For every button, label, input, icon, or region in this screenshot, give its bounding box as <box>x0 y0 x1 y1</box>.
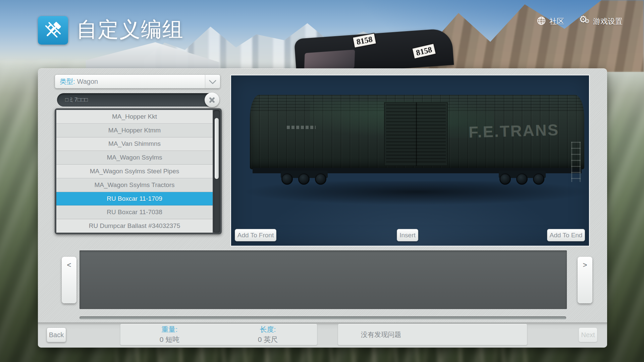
list-item[interactable]: MA_Wagon Ssylms Steel Pipes <box>56 165 213 178</box>
add-to-end-button[interactable]: Add To End <box>547 229 585 241</box>
clear-search-button[interactable] <box>205 93 219 107</box>
type-dropdown-label: 类型: <box>55 77 75 86</box>
list-scrollbar-track[interactable] <box>213 110 220 233</box>
list-item[interactable]: MA_Hopper Ktmm <box>56 124 213 137</box>
length-stat: 长度: 0 英尺 <box>219 324 317 345</box>
wagon-bogie <box>281 171 328 185</box>
back-button[interactable]: Back <box>47 327 66 342</box>
search-input[interactable] <box>57 93 217 107</box>
community-label: 社区 <box>549 16 564 26</box>
app-logo <box>38 16 68 45</box>
hammer-track-icon <box>43 19 63 42</box>
list-item[interactable]: MA_Van Shimmns <box>56 137 213 151</box>
game-settings-label: 游戏设置 <box>593 16 623 26</box>
wagon-livery-text: F.E.TRANS <box>468 120 559 141</box>
type-dropdown[interactable]: 类型: Wagon <box>55 74 220 88</box>
locomotive-number-plate: 8158 <box>352 33 377 48</box>
list-item[interactable]: RU Dumpcar Ballast #34032375 <box>56 219 213 233</box>
globe-icon <box>537 16 546 27</box>
list-item[interactable]: MA_Wagon Ssylms <box>56 151 213 165</box>
game-settings-button[interactable]: ⚙⚙ 游戏设置 <box>580 16 623 26</box>
wagon-3d-model: F.E.TRANS <box>250 95 584 195</box>
main-panel: 类型: Wagon MA_Hopper Kkt MA_Hopper Ktmm M… <box>38 68 607 348</box>
chevron-down-icon <box>209 77 217 84</box>
search-box <box>57 93 217 107</box>
wagon-list-rows: MA_Hopper Kkt MA_Hopper Ktmm MA_Van Shim… <box>56 110 213 233</box>
list-item[interactable]: MA_Wagon Ssylms Tractors <box>56 178 213 192</box>
status-message: 没有发现问题 <box>338 330 401 339</box>
top-navigation: 社区 ⚙⚙ 游戏设置 <box>537 15 641 27</box>
consist-scroll-right-button[interactable]: > <box>578 257 592 303</box>
weight-stat: 重量: 0 短吨 <box>120 324 219 345</box>
wagon-bogie <box>499 171 546 185</box>
weight-value: 0 短吨 <box>160 335 180 344</box>
consist-scrollbar[interactable] <box>79 316 566 319</box>
type-dropdown-value: Wagon <box>75 78 98 85</box>
list-scrollbar-thumb[interactable] <box>215 118 219 179</box>
footer-bar: Back 重量: 0 短吨 长度: 0 英尺 没有发现问题 Next <box>38 322 607 348</box>
next-button[interactable]: Next <box>579 327 597 342</box>
wagon-door <box>384 102 448 166</box>
list-item-selected[interactable]: RU Boxcar 11-1709 <box>56 192 213 206</box>
gears-icon: ⚙⚙ <box>580 16 590 26</box>
validation-status-panel: 没有发现问题 <box>338 324 527 345</box>
length-value: 0 英尺 <box>258 335 278 344</box>
wagon-ladder <box>571 142 581 182</box>
locomotive-number-plate: 8158 <box>412 43 436 59</box>
community-button[interactable]: 社区 <box>537 16 564 27</box>
wagon-list: MA_Hopper Kkt MA_Hopper Ktmm MA_Van Shim… <box>55 108 222 234</box>
dropdown-chevron-cell[interactable] <box>205 75 220 88</box>
page-title: 自定义编组 <box>76 15 184 44</box>
wagon-body: F.E.TRANS <box>250 95 584 169</box>
consist-strip[interactable] <box>79 250 567 309</box>
custom-consist-screen: 8158 8158 自定义编组 <box>0 0 644 362</box>
consist-scroll-left-button[interactable]: < <box>62 257 76 303</box>
list-item[interactable]: RU Boxcar 11-7038 <box>56 205 213 219</box>
wagon-small-markings <box>287 126 316 129</box>
consist-stats-panel: 重量: 0 短吨 长度: 0 英尺 <box>120 324 317 345</box>
add-to-front-button[interactable]: Add To Front <box>235 229 276 241</box>
length-label: 长度: <box>260 325 276 334</box>
weight-label: 重量: <box>162 325 178 334</box>
list-item[interactable]: MA_Hopper Kkt <box>56 110 213 124</box>
wagon-preview-viewport: F.E.TRANS Add To Front Insert Add To End <box>231 75 589 246</box>
insert-button[interactable]: Insert <box>397 229 418 241</box>
